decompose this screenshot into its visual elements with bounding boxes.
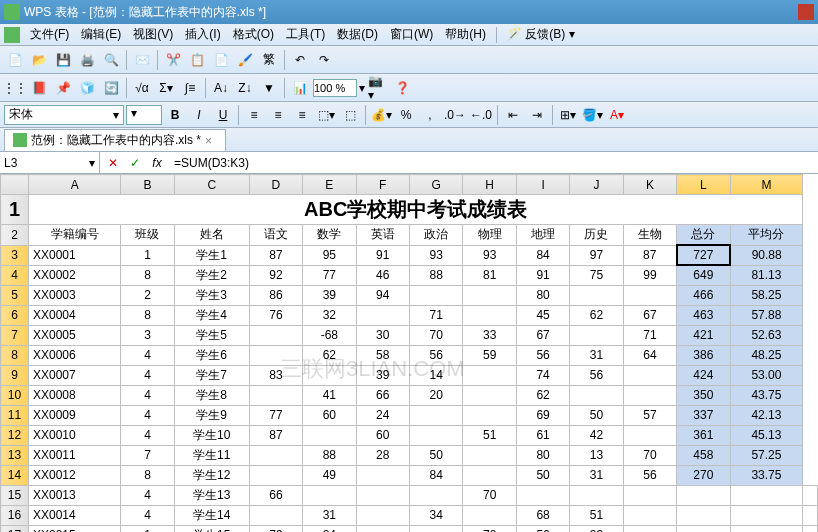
header-cell[interactable]: 平均分	[730, 225, 803, 246]
row-header-5[interactable]: 5	[1, 285, 29, 305]
cell[interactable]: XX0007	[29, 365, 121, 385]
cell[interactable]: 84	[410, 465, 463, 485]
cell[interactable]	[570, 325, 623, 345]
cell[interactable]: 67	[623, 305, 676, 325]
cell[interactable]: XX0011	[29, 445, 121, 465]
header-cell[interactable]: 总分	[677, 225, 730, 246]
cell[interactable]: 87	[249, 425, 302, 445]
header-cell[interactable]: 地理	[516, 225, 569, 246]
cell[interactable]: 79	[249, 525, 302, 532]
row-header-16[interactable]: 16	[1, 505, 29, 525]
indent-left-icon[interactable]: ⇤	[502, 104, 524, 126]
cell[interactable]	[677, 525, 730, 532]
cell[interactable]: 8	[121, 465, 174, 485]
cell[interactable]: 学生8	[174, 385, 249, 405]
traditional-icon[interactable]: 繁	[258, 49, 280, 71]
cell[interactable]	[356, 485, 409, 505]
cell[interactable]	[730, 485, 803, 505]
cell[interactable]: 649	[677, 265, 730, 285]
col-header-F[interactable]: F	[356, 175, 409, 195]
cell[interactable]: 81.13	[730, 265, 803, 285]
cell[interactable]	[463, 445, 516, 465]
cell[interactable]	[570, 385, 623, 405]
select-all-corner[interactable]	[1, 175, 29, 195]
align-right-icon[interactable]: ≡	[291, 104, 313, 126]
cell[interactable]: 88	[410, 265, 463, 285]
cell[interactable]: 60	[303, 405, 356, 425]
cell[interactable]: 45.13	[730, 425, 803, 445]
col-header-A[interactable]: A	[29, 175, 121, 195]
cell[interactable]: 1	[121, 245, 174, 265]
cell[interactable]: 31	[570, 465, 623, 485]
currency-icon[interactable]: 💰▾	[370, 104, 393, 126]
cell[interactable]: 62	[516, 385, 569, 405]
cell[interactable]	[303, 425, 356, 445]
cell[interactable]: 46	[356, 265, 409, 285]
row-header-9[interactable]: 9	[1, 365, 29, 385]
cell[interactable]: 49	[303, 465, 356, 485]
cell[interactable]	[463, 465, 516, 485]
cell[interactable]: 33	[570, 525, 623, 532]
cell[interactable]: 51	[570, 505, 623, 525]
cell[interactable]: 70	[623, 445, 676, 465]
cell[interactable]	[730, 525, 803, 532]
cell[interactable]: 24	[356, 405, 409, 425]
header-cell[interactable]: 数学	[303, 225, 356, 246]
cell[interactable]	[623, 385, 676, 405]
cell[interactable]	[356, 465, 409, 485]
cell[interactable]: 7	[121, 445, 174, 465]
cell[interactable]: 学生13	[174, 485, 249, 505]
cell[interactable]: 56	[623, 465, 676, 485]
row-header-14[interactable]: 14	[1, 465, 29, 485]
cell[interactable]: 61	[516, 425, 569, 445]
cell[interactable]: 91	[356, 245, 409, 265]
row-header-2[interactable]: 2	[1, 225, 29, 246]
col-header-L[interactable]: L	[677, 175, 730, 195]
cell[interactable]: 94	[356, 285, 409, 305]
cell[interactable]: 57.88	[730, 305, 803, 325]
menu-item-1[interactable]: 编辑(E)	[75, 27, 127, 41]
cell[interactable]: 4	[121, 485, 174, 505]
cell[interactable]: 421	[677, 325, 730, 345]
formula-icon[interactable]: ∫≡	[179, 77, 201, 99]
menu-item-0[interactable]: 文件(F)	[24, 27, 75, 41]
decrease-decimal-icon[interactable]: ←.0	[469, 104, 493, 126]
cell[interactable]	[463, 405, 516, 425]
cell[interactable]	[570, 485, 623, 505]
cut-icon[interactable]: ✂️	[162, 49, 184, 71]
cell[interactable]: 学生10	[174, 425, 249, 445]
cell[interactable]	[516, 485, 569, 505]
cell[interactable]: 84	[516, 245, 569, 265]
header-cell[interactable]: 学籍编号	[29, 225, 121, 246]
cell[interactable]: 4	[121, 505, 174, 525]
cell[interactable]: 34	[410, 505, 463, 525]
sort-asc-icon[interactable]: A↓	[210, 77, 232, 99]
cell[interactable]: 97	[570, 245, 623, 265]
col-header-M[interactable]: M	[730, 175, 803, 195]
cell[interactable]	[803, 525, 818, 532]
cell[interactable]: 24	[303, 525, 356, 532]
cell[interactable]: 4	[121, 365, 174, 385]
row-header-4[interactable]: 4	[1, 265, 29, 285]
cell[interactable]: 58	[356, 345, 409, 365]
cell[interactable]: 463	[677, 305, 730, 325]
cell[interactable]	[623, 505, 676, 525]
header-cell[interactable]: 英语	[356, 225, 409, 246]
cell[interactable]: 337	[677, 405, 730, 425]
cell[interactable]: 20	[410, 385, 463, 405]
cell[interactable]: XX0005	[29, 325, 121, 345]
row-header-7[interactable]: 7	[1, 325, 29, 345]
cell[interactable]: 学生12	[174, 465, 249, 485]
font-name-select[interactable]: 宋体▾	[4, 105, 124, 125]
cell[interactable]: XX0002	[29, 265, 121, 285]
font-color-icon[interactable]: A▾	[606, 104, 628, 126]
align-center-icon[interactable]: ≡	[267, 104, 289, 126]
cell[interactable]	[410, 405, 463, 425]
cube-icon[interactable]: 🧊	[76, 77, 98, 99]
cell[interactable]: 学生3	[174, 285, 249, 305]
cell[interactable]: 60	[356, 425, 409, 445]
cell[interactable]	[730, 505, 803, 525]
fill-color-icon[interactable]: 🪣▾	[581, 104, 604, 126]
cell[interactable]: 62	[570, 305, 623, 325]
cell[interactable]: 466	[677, 285, 730, 305]
